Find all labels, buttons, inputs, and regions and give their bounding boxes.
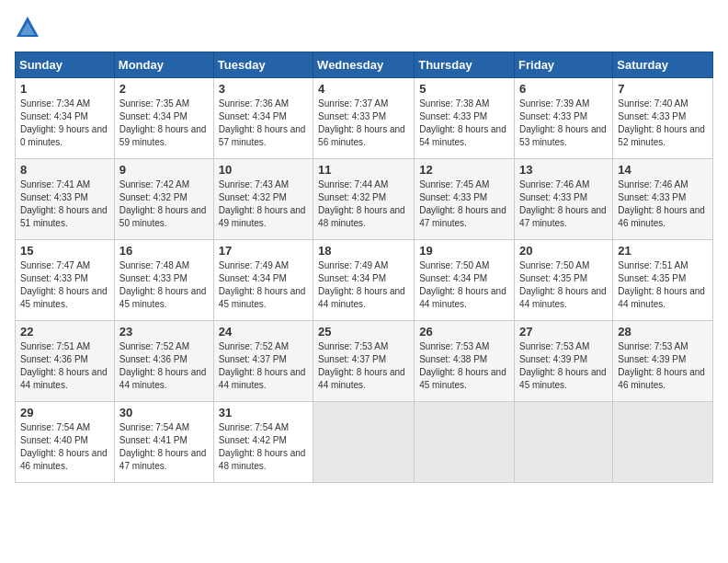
sunset-label: Sunset: 4:38 PM (419, 354, 487, 364)
day-cell: 26 Sunrise: 7:53 AM Sunset: 4:38 PM Dayl… (415, 321, 515, 402)
daylight-label: Daylight: 8 hours and 46 minutes. (20, 448, 108, 471)
sunrise-label: Sunrise: 7:46 AM (519, 179, 589, 190)
day-number: 2 (119, 82, 209, 96)
sunset-label: Sunset: 4:33 PM (618, 111, 686, 121)
header-cell-sunday: Sunday (16, 52, 115, 78)
sunset-label: Sunset: 4:33 PM (318, 111, 386, 121)
day-info: Sunrise: 7:50 AM Sunset: 4:34 PM Dayligh… (419, 259, 509, 311)
day-info: Sunrise: 7:37 AM Sunset: 4:33 PM Dayligh… (318, 98, 409, 149)
sunset-label: Sunset: 4:36 PM (119, 354, 188, 364)
day-number: 15 (20, 244, 109, 258)
day-cell: 12 Sunrise: 7:45 AM Sunset: 4:33 PM Dayl… (415, 159, 515, 240)
day-info: Sunrise: 7:42 AM Sunset: 4:32 PM Dayligh… (119, 178, 209, 230)
day-info: Sunrise: 7:53 AM Sunset: 4:39 PM Dayligh… (618, 340, 708, 392)
sunrise-label: Sunrise: 7:45 AM (419, 179, 489, 190)
day-number: 30 (119, 406, 209, 419)
day-number: 20 (519, 244, 608, 258)
day-info: Sunrise: 7:46 AM Sunset: 4:33 PM Dayligh… (519, 178, 608, 230)
day-number: 10 (219, 163, 308, 177)
day-cell: 7 Sunrise: 7:40 AM Sunset: 4:33 PM Dayli… (613, 78, 713, 159)
daylight-label: Daylight: 8 hours and 44 minutes. (119, 367, 207, 390)
daylight-label: Daylight: 8 hours and 44 minutes. (318, 286, 405, 309)
daylight-label: Daylight: 8 hours and 54 minutes. (419, 124, 506, 147)
day-info: Sunrise: 7:46 AM Sunset: 4:33 PM Dayligh… (618, 178, 708, 230)
sunset-label: Sunset: 4:34 PM (20, 111, 88, 121)
day-cell: 16 Sunrise: 7:48 AM Sunset: 4:33 PM Dayl… (114, 240, 213, 321)
day-cell: 15 Sunrise: 7:47 AM Sunset: 4:33 PM Dayl… (16, 240, 115, 321)
daylight-label: Daylight: 8 hours and 47 minutes. (419, 205, 506, 228)
day-cell: 13 Sunrise: 7:46 AM Sunset: 4:33 PM Dayl… (515, 159, 613, 240)
day-number: 14 (618, 163, 708, 177)
sunset-label: Sunset: 4:37 PM (318, 354, 386, 364)
daylight-label: Daylight: 8 hours and 44 minutes. (20, 367, 108, 390)
sunset-label: Sunset: 4:35 PM (618, 273, 686, 283)
sunrise-label: Sunrise: 7:41 AM (20, 179, 90, 190)
daylight-label: Daylight: 8 hours and 46 minutes. (618, 205, 705, 228)
sunset-label: Sunset: 4:33 PM (419, 192, 487, 202)
day-number: 3 (219, 82, 308, 96)
sunset-label: Sunset: 4:35 PM (519, 273, 587, 283)
sunset-label: Sunset: 4:33 PM (20, 192, 88, 202)
sunrise-label: Sunrise: 7:39 AM (519, 98, 589, 109)
sunrise-label: Sunrise: 7:50 AM (519, 260, 589, 270)
day-number: 17 (219, 244, 308, 258)
sunrise-label: Sunrise: 7:35 AM (119, 98, 189, 109)
sunrise-label: Sunrise: 7:53 AM (419, 341, 489, 351)
day-info: Sunrise: 7:38 AM Sunset: 4:33 PM Dayligh… (419, 98, 509, 149)
day-cell: 29 Sunrise: 7:54 AM Sunset: 4:40 PM Dayl… (16, 402, 115, 483)
sunrise-label: Sunrise: 7:54 AM (119, 422, 189, 432)
day-number: 11 (318, 163, 409, 177)
day-info: Sunrise: 7:39 AM Sunset: 4:33 PM Dayligh… (519, 98, 608, 149)
sunset-label: Sunset: 4:33 PM (618, 192, 686, 202)
day-cell: 9 Sunrise: 7:42 AM Sunset: 4:32 PM Dayli… (114, 159, 213, 240)
day-number: 28 (618, 325, 708, 339)
sunrise-label: Sunrise: 7:54 AM (219, 422, 289, 432)
sunset-label: Sunset: 4:33 PM (119, 273, 188, 283)
daylight-label: Daylight: 8 hours and 45 minutes. (119, 286, 207, 309)
day-info: Sunrise: 7:43 AM Sunset: 4:32 PM Dayligh… (219, 178, 308, 230)
day-number: 22 (20, 325, 109, 339)
day-info: Sunrise: 7:53 AM Sunset: 4:37 PM Dayligh… (318, 340, 409, 392)
sunrise-label: Sunrise: 7:37 AM (318, 98, 388, 109)
day-cell (415, 402, 515, 483)
day-info: Sunrise: 7:53 AM Sunset: 4:38 PM Dayligh… (419, 340, 509, 392)
day-cell: 20 Sunrise: 7:50 AM Sunset: 4:35 PM Dayl… (515, 240, 613, 321)
sunset-label: Sunset: 4:36 PM (20, 354, 88, 364)
sunrise-label: Sunrise: 7:38 AM (419, 98, 489, 109)
day-cell: 24 Sunrise: 7:52 AM Sunset: 4:37 PM Dayl… (213, 321, 313, 402)
day-number: 24 (219, 325, 308, 339)
day-cell: 25 Sunrise: 7:53 AM Sunset: 4:37 PM Dayl… (313, 321, 415, 402)
day-cell: 10 Sunrise: 7:43 AM Sunset: 4:32 PM Dayl… (213, 159, 313, 240)
sunset-label: Sunset: 4:34 PM (318, 273, 386, 283)
week-row-3: 15 Sunrise: 7:47 AM Sunset: 4:33 PM Dayl… (16, 240, 713, 321)
sunrise-label: Sunrise: 7:52 AM (119, 341, 189, 351)
day-info: Sunrise: 7:45 AM Sunset: 4:33 PM Dayligh… (419, 178, 509, 230)
sunset-label: Sunset: 4:33 PM (519, 192, 587, 202)
daylight-label: Daylight: 8 hours and 48 minutes. (219, 448, 306, 471)
day-number: 8 (20, 163, 109, 177)
sunset-label: Sunset: 4:39 PM (618, 354, 686, 364)
day-info: Sunrise: 7:35 AM Sunset: 4:34 PM Dayligh… (119, 98, 209, 149)
day-number: 12 (419, 163, 509, 177)
sunset-label: Sunset: 4:40 PM (20, 435, 88, 445)
day-number: 26 (419, 325, 509, 339)
day-number: 23 (119, 325, 209, 339)
daylight-label: Daylight: 8 hours and 44 minutes. (318, 367, 405, 390)
sunset-label: Sunset: 4:42 PM (219, 435, 287, 445)
day-cell: 2 Sunrise: 7:35 AM Sunset: 4:34 PM Dayli… (114, 78, 213, 159)
header-cell-saturday: Saturday (613, 52, 713, 78)
day-cell: 21 Sunrise: 7:51 AM Sunset: 4:35 PM Dayl… (613, 240, 713, 321)
day-cell: 8 Sunrise: 7:41 AM Sunset: 4:33 PM Dayli… (16, 159, 115, 240)
header-cell-monday: Monday (114, 52, 213, 78)
daylight-label: Daylight: 8 hours and 47 minutes. (119, 448, 207, 471)
header-cell-tuesday: Tuesday (213, 52, 313, 78)
sunrise-label: Sunrise: 7:49 AM (219, 260, 289, 270)
sunrise-label: Sunrise: 7:34 AM (20, 98, 90, 109)
day-cell (613, 402, 713, 483)
day-info: Sunrise: 7:49 AM Sunset: 4:34 PM Dayligh… (219, 259, 308, 311)
daylight-label: Daylight: 8 hours and 59 minutes. (119, 124, 207, 147)
day-info: Sunrise: 7:49 AM Sunset: 4:34 PM Dayligh… (318, 259, 409, 311)
day-cell: 28 Sunrise: 7:53 AM Sunset: 4:39 PM Dayl… (613, 321, 713, 402)
sunrise-label: Sunrise: 7:51 AM (618, 260, 688, 270)
sunrise-label: Sunrise: 7:44 AM (318, 179, 388, 190)
